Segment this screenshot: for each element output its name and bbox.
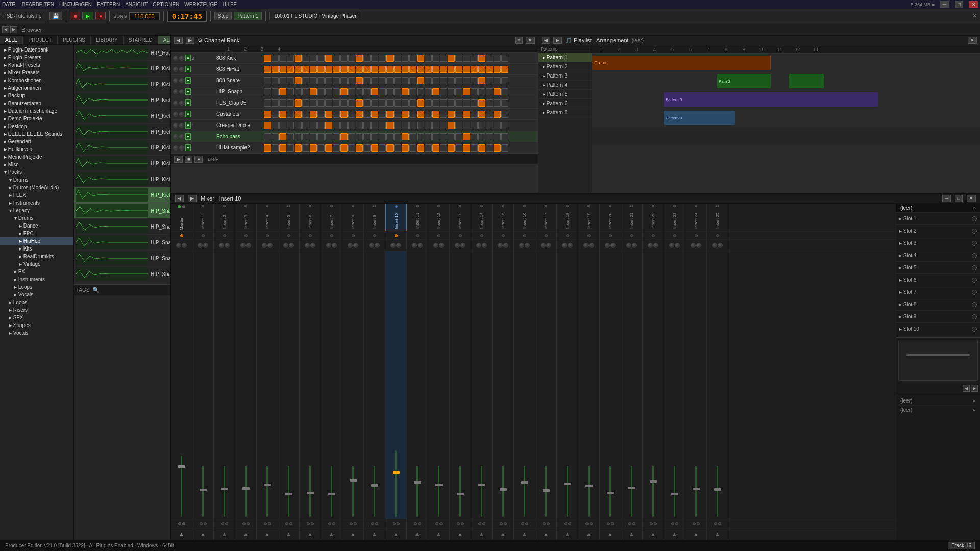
fader-ch-13[interactable] xyxy=(450,251,471,519)
fader-ch-24[interactable] xyxy=(685,251,707,519)
eq-knob-2-5[interactable] xyxy=(289,243,294,248)
eq-knob-1-3[interactable] xyxy=(240,243,246,248)
fader-knob-3[interactable] xyxy=(242,487,250,490)
send-arrow-15[interactable]: ▲ xyxy=(493,529,514,540)
slot-bottom-arrow-1[interactable]: ▸ xyxy=(973,397,976,404)
menu-werkzeuge[interactable]: WERKZEUGE xyxy=(184,2,217,7)
send-arrow-23[interactable]: ▲ xyxy=(664,529,685,540)
tree-packs[interactable]: ▾ Packs xyxy=(0,168,74,176)
fader-ch-3[interactable] xyxy=(235,251,257,519)
send-arrow-6[interactable]: ▲ xyxy=(300,529,321,540)
mixer-maximize[interactable]: □ xyxy=(955,195,963,202)
cr-name-808hihat[interactable]: 808 HiHat xyxy=(214,66,263,72)
eq-knob-2-21[interactable] xyxy=(632,243,637,248)
mix-ch-7[interactable]: Insert 7 xyxy=(321,204,342,231)
fader-knob-20[interactable] xyxy=(607,492,614,494)
fader-knob-9[interactable] xyxy=(371,484,378,487)
tree-fpc[interactable]: ▸ FPC xyxy=(0,230,74,237)
send-arrow-7[interactable]: ▲ xyxy=(321,529,342,540)
eq-knob-2-18[interactable] xyxy=(568,243,573,248)
eq-knob-2-25[interactable] xyxy=(718,243,723,248)
window-maximize[interactable]: □ xyxy=(955,1,963,8)
eq-knob-1-20[interactable] xyxy=(605,243,610,248)
fader-ch-10[interactable] xyxy=(385,251,407,519)
mix-ch-2[interactable]: Insert 2 xyxy=(214,204,235,231)
cr-forward[interactable]: ▶ xyxy=(186,37,194,44)
menu-hinzufugen[interactable]: HINZUFüGEN xyxy=(59,2,92,7)
fader-ch-16[interactable] xyxy=(514,251,535,519)
fader-knob-master[interactable] xyxy=(178,465,185,468)
mix-ch-4[interactable]: Insert 4 xyxy=(257,204,278,231)
fader-knob-15[interactable] xyxy=(500,488,507,491)
tree-shapes[interactable]: ▸ Shapes xyxy=(0,321,74,329)
cr-vol-knob[interactable] xyxy=(173,56,178,61)
cr-name-808snare[interactable]: 808 Snare xyxy=(214,78,263,83)
fader-ch-23[interactable] xyxy=(664,251,685,519)
fader-ch-7[interactable] xyxy=(321,251,342,519)
send-arrow-19[interactable]: ▲ xyxy=(578,529,600,540)
fader-knob-2[interactable] xyxy=(221,488,228,490)
fader-ch-19[interactable] xyxy=(578,251,600,519)
send-arrow-master[interactable]: ▲ xyxy=(171,529,192,540)
tree-plugin-presets[interactable]: ▸ Plugin-Presets xyxy=(0,54,74,61)
fader-knob-17[interactable] xyxy=(543,489,550,492)
menu-ansicht[interactable]: ANSICHT xyxy=(125,2,148,7)
send-dot-24[interactable] xyxy=(685,232,707,239)
send-dot-22[interactable] xyxy=(643,232,664,239)
fader-ch-9[interactable] xyxy=(364,251,385,519)
eq-knob-1-12[interactable] xyxy=(433,243,438,248)
send-arrow-8[interactable]: ▲ xyxy=(342,529,364,540)
tree-vocals2[interactable]: ▸ Vocals xyxy=(0,291,74,298)
cr-name-echobass[interactable]: Echo bass xyxy=(214,134,263,139)
eq-knob-2-1[interactable] xyxy=(203,243,208,248)
send-arrow-25[interactable]: ▲ xyxy=(707,529,728,540)
eq-knob-2-2[interactable] xyxy=(225,243,230,248)
eq-knob-2-7[interactable] xyxy=(332,243,337,248)
send-dot-11[interactable] xyxy=(407,232,428,239)
eq-knob-1-13[interactable] xyxy=(455,243,460,248)
send-dot-13[interactable] xyxy=(450,232,471,239)
cr-rec-btn[interactable]: ● xyxy=(194,156,202,163)
eq-knob-2-16[interactable] xyxy=(525,243,530,248)
eq-knob-2-24[interactable] xyxy=(696,243,701,248)
eq-knob-2-13[interactable] xyxy=(460,243,465,248)
tree-loops2[interactable]: ▸ Loops xyxy=(0,283,74,291)
eq-knob-2-20[interactable] xyxy=(610,243,616,248)
pat-pattern6[interactable]: ▸ Pattern 6 xyxy=(538,99,592,108)
slot-2[interactable]: ▸ Slot 2 xyxy=(896,225,980,237)
pat-pattern4[interactable]: ▸ Pattern 4 xyxy=(538,81,592,90)
send-arrow-10[interactable]: ▲ xyxy=(385,529,407,540)
fader-knob-11[interactable] xyxy=(414,481,421,484)
mix-ch-13[interactable]: Insert 13 xyxy=(450,204,471,231)
tree-instruments2[interactable]: ▸ Instruments xyxy=(0,276,74,283)
file-HIP_Snare[interactable]: HIP_Snare xyxy=(74,219,170,235)
eq-knob-1-8[interactable] xyxy=(348,243,353,248)
fader-ch-17[interactable] xyxy=(535,251,557,519)
tree-drums[interactable]: ▾ Drums xyxy=(0,176,74,184)
pl-back[interactable]: ◀ xyxy=(542,37,550,44)
pl-block-melodie1c[interactable] xyxy=(789,74,824,88)
fader-ch-8[interactable] xyxy=(342,251,364,519)
eq-knob-1-23[interactable] xyxy=(669,243,674,248)
send-dot-23[interactable] xyxy=(664,232,685,239)
send-dot-2[interactable] xyxy=(214,232,235,239)
send-arrow-12[interactable]: ▲ xyxy=(428,529,450,540)
pat-pattern8[interactable]: ▸ Pattern 8 xyxy=(538,108,592,117)
search-icon[interactable]: 🔍 xyxy=(92,287,100,293)
fader-master[interactable] xyxy=(171,251,192,519)
file-HIP_Snare_3[interactable]: HIP_Snare_3 xyxy=(74,251,170,266)
send-dot-4[interactable] xyxy=(257,232,278,239)
tree-kits[interactable]: ▸ Kits xyxy=(0,245,74,253)
eq-knob-1-15[interactable] xyxy=(498,243,503,248)
window-close[interactable]: ✕ xyxy=(969,1,978,8)
eq-knob-2-14[interactable] xyxy=(482,243,487,248)
pat-pattern2[interactable]: ▸ Pattern 2 xyxy=(538,62,592,71)
eq-knob-2-22[interactable] xyxy=(653,243,658,248)
tab-plugins[interactable]: PLUGINS xyxy=(58,36,91,44)
eq-knob-2-23[interactable] xyxy=(675,243,680,248)
send-dot-1[interactable] xyxy=(192,232,214,239)
mix-ch-15[interactable]: Insert 15 xyxy=(493,204,514,231)
window-minimize[interactable]: ─ xyxy=(940,1,949,8)
mix-ch-master[interactable]: Master xyxy=(171,204,192,231)
send-dot-8[interactable] xyxy=(342,232,364,239)
